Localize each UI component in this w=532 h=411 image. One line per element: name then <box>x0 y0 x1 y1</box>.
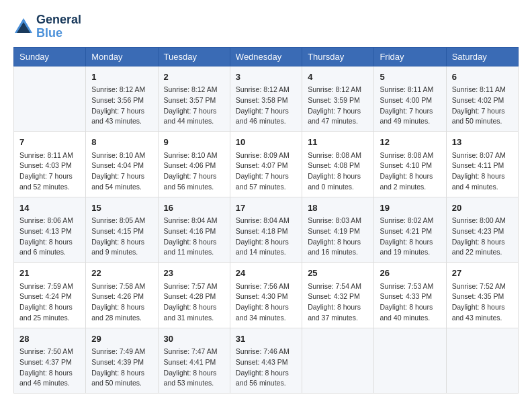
day-info: Sunrise: 7:52 AMSunset: 4:35 PMDaylight:… <box>452 281 513 324</box>
day-cell <box>374 328 446 394</box>
day-cell: 2Sunrise: 8:12 AMSunset: 3:57 PMDaylight… <box>158 66 230 132</box>
weekday-header-monday: Monday <box>86 47 158 66</box>
day-cell: 29Sunrise: 7:49 AMSunset: 4:39 PMDayligh… <box>86 328 158 394</box>
day-number: 2 <box>164 71 224 84</box>
day-number: 26 <box>380 267 440 280</box>
day-cell: 3Sunrise: 8:12 AMSunset: 3:58 PMDaylight… <box>230 66 302 132</box>
day-cell: 13Sunrise: 8:07 AMSunset: 4:11 PMDayligh… <box>446 132 518 197</box>
week-row-1: 1Sunrise: 8:12 AMSunset: 3:56 PMDaylight… <box>14 66 519 132</box>
weekday-header-tuesday: Tuesday <box>158 47 230 66</box>
day-info: Sunrise: 8:03 AMSunset: 4:19 PMDaylight:… <box>308 216 368 258</box>
day-cell: 1Sunrise: 8:12 AMSunset: 3:56 PMDaylight… <box>86 66 158 132</box>
day-cell: 16Sunrise: 8:04 AMSunset: 4:16 PMDayligh… <box>158 197 230 263</box>
day-number: 14 <box>19 201 80 215</box>
day-info: Sunrise: 7:53 AMSunset: 4:33 PMDaylight:… <box>380 281 440 324</box>
day-info: Sunrise: 7:56 AMSunset: 4:30 PMDaylight:… <box>236 281 296 324</box>
week-row-2: 7Sunrise: 8:11 AMSunset: 4:03 PMDaylight… <box>14 132 519 197</box>
day-info: Sunrise: 7:59 AMSunset: 4:24 PMDaylight:… <box>19 281 80 324</box>
day-info: Sunrise: 8:12 AMSunset: 3:57 PMDaylight:… <box>164 85 224 127</box>
day-cell: 9Sunrise: 8:10 AMSunset: 4:06 PMDaylight… <box>158 132 230 197</box>
day-info: Sunrise: 8:12 AMSunset: 3:59 PMDaylight:… <box>308 85 368 127</box>
day-info: Sunrise: 7:50 AMSunset: 4:37 PMDaylight:… <box>19 347 80 389</box>
day-cell <box>14 66 86 132</box>
day-info: Sunrise: 8:11 AMSunset: 4:02 PMDaylight:… <box>452 85 513 127</box>
day-info: Sunrise: 8:05 AMSunset: 4:15 PMDaylight:… <box>91 216 152 258</box>
day-number: 8 <box>91 136 152 149</box>
day-info: Sunrise: 8:10 AMSunset: 4:06 PMDaylight:… <box>164 150 224 193</box>
day-cell: 26Sunrise: 7:53 AMSunset: 4:33 PMDayligh… <box>374 263 446 328</box>
day-info: Sunrise: 8:04 AMSunset: 4:16 PMDaylight:… <box>164 216 224 258</box>
day-info: Sunrise: 7:54 AMSunset: 4:32 PMDaylight:… <box>308 281 368 324</box>
day-cell: 20Sunrise: 8:00 AMSunset: 4:23 PMDayligh… <box>446 197 518 263</box>
weekday-row: SundayMondayTuesdayWednesdayThursdayFrid… <box>14 47 519 66</box>
day-cell: 19Sunrise: 8:02 AMSunset: 4:21 PMDayligh… <box>374 197 446 263</box>
day-number: 25 <box>308 267 368 280</box>
day-cell: 6Sunrise: 8:11 AMSunset: 4:02 PMDaylight… <box>446 66 518 132</box>
week-row-3: 14Sunrise: 8:06 AMSunset: 4:13 PMDayligh… <box>14 197 519 263</box>
day-number: 3 <box>236 71 296 84</box>
day-cell: 30Sunrise: 7:47 AMSunset: 4:41 PMDayligh… <box>158 328 230 394</box>
day-cell: 12Sunrise: 8:08 AMSunset: 4:10 PMDayligh… <box>374 132 446 197</box>
day-number: 10 <box>236 136 296 149</box>
page-header: GeneralBlue <box>13 13 519 40</box>
day-number: 28 <box>19 332 80 346</box>
day-cell: 25Sunrise: 7:54 AMSunset: 4:32 PMDayligh… <box>302 263 374 328</box>
day-number: 13 <box>452 136 513 149</box>
day-info: Sunrise: 7:49 AMSunset: 4:39 PMDaylight:… <box>91 347 152 389</box>
day-info: Sunrise: 8:00 AMSunset: 4:23 PMDaylight:… <box>452 216 513 258</box>
weekday-header-saturday: Saturday <box>446 47 518 66</box>
week-row-4: 21Sunrise: 7:59 AMSunset: 4:24 PMDayligh… <box>14 263 519 328</box>
day-cell: 24Sunrise: 7:56 AMSunset: 4:30 PMDayligh… <box>230 263 302 328</box>
day-cell: 15Sunrise: 8:05 AMSunset: 4:15 PMDayligh… <box>86 197 158 263</box>
day-cell: 7Sunrise: 8:11 AMSunset: 4:03 PMDaylight… <box>14 132 86 197</box>
day-number: 20 <box>452 201 513 215</box>
calendar-header: SundayMondayTuesdayWednesdayThursdayFrid… <box>14 47 519 66</box>
day-number: 23 <box>164 267 224 280</box>
day-cell: 27Sunrise: 7:52 AMSunset: 4:35 PMDayligh… <box>446 263 518 328</box>
day-info: Sunrise: 7:57 AMSunset: 4:28 PMDaylight:… <box>164 281 224 324</box>
day-cell: 5Sunrise: 8:11 AMSunset: 4:00 PMDaylight… <box>374 66 446 132</box>
weekday-header-friday: Friday <box>374 47 446 66</box>
day-number: 1 <box>91 71 152 84</box>
day-cell: 31Sunrise: 7:46 AMSunset: 4:43 PMDayligh… <box>230 328 302 394</box>
day-number: 15 <box>91 201 152 215</box>
day-number: 24 <box>236 267 296 280</box>
day-info: Sunrise: 8:10 AMSunset: 4:04 PMDaylight:… <box>91 150 152 193</box>
logo-icon <box>13 17 34 37</box>
day-cell: 18Sunrise: 8:03 AMSunset: 4:19 PMDayligh… <box>302 197 374 263</box>
day-number: 30 <box>164 332 224 346</box>
day-cell: 10Sunrise: 8:09 AMSunset: 4:07 PMDayligh… <box>230 132 302 197</box>
day-number: 4 <box>308 71 368 84</box>
day-number: 22 <box>91 267 152 280</box>
day-info: Sunrise: 8:08 AMSunset: 4:10 PMDaylight:… <box>380 150 440 193</box>
weekday-header-sunday: Sunday <box>14 47 86 66</box>
day-number: 21 <box>19 267 80 280</box>
day-cell: 28Sunrise: 7:50 AMSunset: 4:37 PMDayligh… <box>14 328 86 394</box>
day-cell: 23Sunrise: 7:57 AMSunset: 4:28 PMDayligh… <box>158 263 230 328</box>
day-info: Sunrise: 8:02 AMSunset: 4:21 PMDaylight:… <box>380 216 440 258</box>
day-info: Sunrise: 8:04 AMSunset: 4:18 PMDaylight:… <box>236 216 296 258</box>
day-info: Sunrise: 8:07 AMSunset: 4:11 PMDaylight:… <box>452 150 513 193</box>
day-number: 19 <box>380 201 440 215</box>
day-number: 31 <box>236 332 296 346</box>
day-info: Sunrise: 7:47 AMSunset: 4:41 PMDaylight:… <box>164 347 224 389</box>
day-number: 18 <box>308 201 368 215</box>
day-cell: 22Sunrise: 7:58 AMSunset: 4:26 PMDayligh… <box>86 263 158 328</box>
day-number: 27 <box>452 267 513 280</box>
day-number: 16 <box>164 201 224 215</box>
day-number: 7 <box>19 136 80 149</box>
day-info: Sunrise: 8:06 AMSunset: 4:13 PMDaylight:… <box>19 216 80 258</box>
day-cell: 8Sunrise: 8:10 AMSunset: 4:04 PMDaylight… <box>86 132 158 197</box>
day-number: 12 <box>380 136 440 149</box>
day-cell: 4Sunrise: 8:12 AMSunset: 3:59 PMDaylight… <box>302 66 374 132</box>
day-info: Sunrise: 8:09 AMSunset: 4:07 PMDaylight:… <box>236 150 296 193</box>
day-cell: 14Sunrise: 8:06 AMSunset: 4:13 PMDayligh… <box>14 197 86 263</box>
day-number: 5 <box>380 71 440 84</box>
weekday-header-thursday: Thursday <box>302 47 374 66</box>
weekday-header-wednesday: Wednesday <box>230 47 302 66</box>
day-info: Sunrise: 8:11 AMSunset: 4:00 PMDaylight:… <box>380 85 440 127</box>
day-number: 9 <box>164 136 224 149</box>
week-row-5: 28Sunrise: 7:50 AMSunset: 4:37 PMDayligh… <box>14 328 519 394</box>
calendar-body: 1Sunrise: 8:12 AMSunset: 3:56 PMDaylight… <box>14 66 519 394</box>
day-info: Sunrise: 8:12 AMSunset: 3:56 PMDaylight:… <box>91 85 152 127</box>
